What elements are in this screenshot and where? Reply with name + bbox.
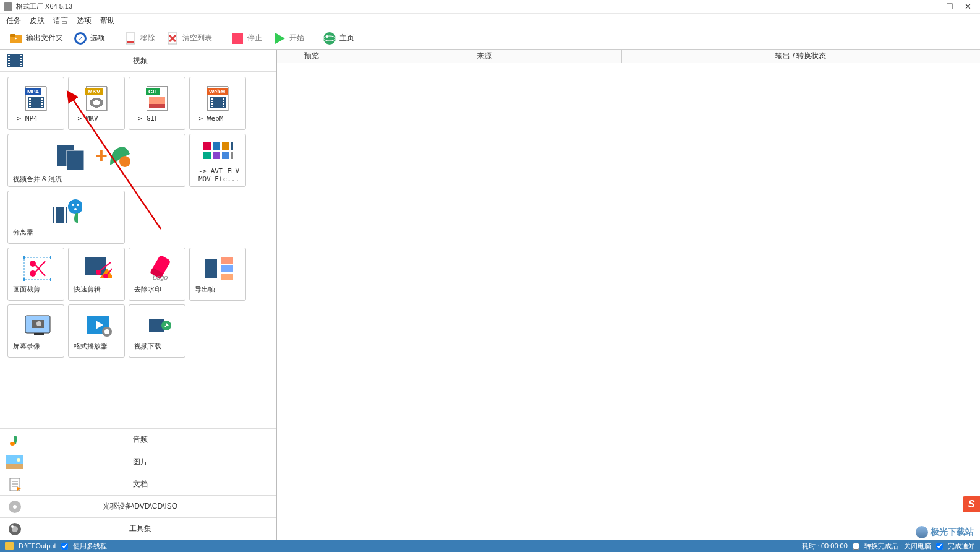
- video-merge[interactable]: + 视频合并 & 混流: [7, 134, 185, 187]
- start-label: 开始: [289, 33, 304, 43]
- notify-label: 完成通知: [948, 541, 975, 551]
- menu-help[interactable]: 帮助: [100, 15, 115, 26]
- output-folder-button[interactable]: 输出文件夹: [5, 30, 67, 47]
- svg-rect-56: [221, 274, 233, 280]
- category-disc[interactable]: 光驱设备\DVD\CD\ISO: [0, 495, 276, 517]
- mkv-label: -> MKV: [71, 114, 122, 123]
- svg-point-82: [11, 525, 14, 528]
- menu-bar: 任务 皮肤 语言 选项 帮助: [0, 14, 980, 27]
- category-video[interactable]: 视频: [0, 50, 276, 72]
- ime-badge[interactable]: S: [963, 496, 980, 512]
- window-title: 格式工厂 X64 5.13: [16, 2, 72, 11]
- crop[interactable]: 画面裁剪: [7, 248, 64, 301]
- convert-to-gif[interactable]: GIF -> GIF: [129, 77, 185, 130]
- multithread-checkbox[interactable]: [61, 543, 68, 550]
- svg-rect-55: [221, 265, 233, 272]
- column-preview[interactable]: 预览: [277, 50, 346, 63]
- svg-point-59: [36, 321, 41, 326]
- svg-rect-30: [64, 207, 66, 223]
- svg-rect-36: [23, 256, 25, 259]
- remove-button[interactable]: 移除: [119, 30, 159, 47]
- status-bar: D:\FFOutput 使用多线程 耗时 : 00:00:00 转换完成后 : …: [0, 540, 980, 552]
- export-frame[interactable]: 导出帧: [189, 248, 246, 301]
- homepage-label: 主页: [339, 33, 354, 43]
- svg-point-72: [17, 458, 20, 462]
- stop-icon: [230, 31, 245, 46]
- crop-label: 画面裁剪: [11, 285, 61, 294]
- clear-list-button[interactable]: 清空列表: [161, 30, 216, 47]
- convert-to-mp4[interactable]: MP4 -> MP4: [7, 77, 64, 130]
- stop-button[interactable]: 停止: [226, 30, 266, 47]
- output-folder-label: 输出文件夹: [26, 33, 63, 43]
- remove-icon: [123, 31, 138, 46]
- screen-record[interactable]: 屏幕录像: [7, 304, 64, 358]
- category-document-label: 文档: [26, 479, 276, 489]
- minimize-button[interactable]: —: [927, 2, 935, 11]
- document-icon: [4, 476, 26, 493]
- close-button[interactable]: ✕: [965, 2, 971, 11]
- mp4-label: -> MP4: [11, 114, 61, 123]
- category-audio[interactable]: 音频: [0, 428, 276, 451]
- shutdown-label: 转换完成后 : 关闭电脑: [864, 541, 931, 551]
- menu-language[interactable]: 语言: [53, 15, 68, 26]
- svg-rect-11: [232, 33, 243, 44]
- merge-icon: +: [11, 139, 182, 172]
- webm-label: -> WebM: [192, 114, 243, 123]
- convert-more[interactable]: -> AVI FLV MOV Etc...: [189, 134, 246, 187]
- video-icon: [4, 52, 26, 69]
- webm-icon: WebM: [202, 85, 233, 112]
- task-table-body[interactable]: [277, 63, 980, 540]
- svg-rect-71: [6, 464, 23, 469]
- splitter[interactable]: 分离器: [7, 191, 125, 244]
- output-path[interactable]: D:\FFOutput: [19, 542, 56, 550]
- homepage-button[interactable]: 主页: [318, 30, 358, 47]
- quick-cut[interactable]: 快速剪辑: [68, 248, 125, 301]
- options-label: 选项: [90, 33, 105, 43]
- convert-to-mkv[interactable]: MKV -> MKV: [68, 77, 125, 130]
- svg-rect-54: [221, 257, 233, 264]
- category-image[interactable]: 图片: [0, 451, 276, 473]
- disc-icon: [4, 498, 26, 515]
- multithread-label: 使用多线程: [73, 541, 107, 551]
- menu-options[interactable]: 选项: [77, 15, 92, 26]
- svg-point-31: [68, 199, 82, 214]
- category-tools[interactable]: 工具集: [0, 517, 276, 540]
- notify-checkbox[interactable]: [936, 543, 943, 550]
- download-icon: [142, 312, 173, 339]
- column-output[interactable]: 输出 / 转换状态: [622, 50, 980, 63]
- menu-skin[interactable]: 皮肤: [30, 15, 45, 26]
- svg-rect-27: [231, 152, 233, 159]
- svg-text:✓: ✓: [78, 35, 83, 42]
- elapsed-time: 耗时 : 00:00:00: [802, 541, 848, 551]
- video-download[interactable]: 视频下载: [129, 304, 185, 358]
- shutdown-checkbox[interactable]: [853, 543, 859, 550]
- stop-label: 停止: [247, 33, 262, 43]
- column-source[interactable]: 来源: [346, 50, 622, 63]
- splitter-icon: [51, 198, 82, 225]
- maximize-button[interactable]: ☐: [946, 2, 953, 11]
- eraser-icon: Logo: [142, 255, 173, 282]
- image-icon: [4, 454, 26, 471]
- folder-icon: [5, 542, 14, 550]
- convert-to-webm[interactable]: WebM -> WebM: [189, 77, 246, 130]
- tools-icon: [4, 520, 26, 538]
- remove-watermark[interactable]: Logo 去除水印: [129, 248, 185, 301]
- svg-rect-21: [213, 142, 220, 150]
- watermark: 极光下载站: [916, 526, 974, 538]
- menu-task[interactable]: 任务: [6, 15, 21, 26]
- svg-rect-1: [10, 34, 15, 37]
- svg-rect-17: [67, 150, 84, 170]
- export-frame-label: 导出帧: [192, 285, 243, 294]
- options-button[interactable]: ✓ 选项: [69, 30, 109, 47]
- svg-point-40: [30, 261, 36, 267]
- download-label: 视频下载: [132, 342, 182, 351]
- separator: [313, 31, 313, 46]
- audio-icon: [4, 431, 26, 449]
- format-player[interactable]: 格式播放器: [68, 304, 125, 358]
- gif-label: -> GIF: [132, 114, 182, 123]
- task-table-header: 预览 来源 输出 / 转换状态: [277, 50, 980, 63]
- svg-text:Logo: Logo: [153, 274, 168, 281]
- splitter-label: 分离器: [11, 228, 122, 237]
- category-document[interactable]: 文档: [0, 473, 276, 495]
- start-button[interactable]: 开始: [268, 30, 308, 47]
